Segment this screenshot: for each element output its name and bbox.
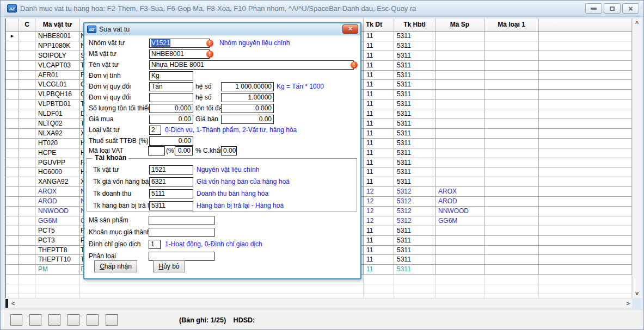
cell-c[interactable] — [19, 119, 35, 129]
accept-button[interactable]: Chấp nhận — [94, 260, 137, 272]
cell-tk-dt[interactable]: 11 — [364, 51, 394, 61]
cell-ma-sp[interactable] — [436, 246, 484, 256]
header-c[interactable]: C — [19, 18, 35, 31]
cell-ma-sp[interactable] — [436, 99, 484, 109]
cell-ma-vat-tu[interactable]: HCPE — [35, 148, 80, 158]
input-khoan-muc[interactable] — [149, 228, 214, 237]
cell-ma-vat-tu[interactable]: GG6M — [35, 216, 80, 226]
input-ma-vat-tu[interactable]: NHBE8001 — [149, 49, 210, 59]
cell-c[interactable] — [19, 226, 35, 236]
cell-ma-sp[interactable] — [436, 236, 484, 246]
cell-ma-vat-tu[interactable]: PM — [35, 265, 80, 275]
header-tk-dt[interactable]: Tk Dt — [364, 18, 394, 31]
cell-ma-vat-tu[interactable]: PCT3 — [35, 236, 80, 246]
cell-tk-dt[interactable]: 11 — [364, 71, 394, 80]
cell-tk-dt[interactable]: 11 — [364, 177, 394, 187]
scroll-right-icon[interactable]: > — [624, 298, 632, 308]
input-loai-vat-tu[interactable]: 2 — [149, 126, 161, 135]
dialog-close-button[interactable]: × — [342, 24, 358, 34]
cell-c[interactable] — [19, 139, 35, 148]
input-thue-ttdb[interactable]: 0.00 — [149, 136, 193, 146]
cell-c[interactable] — [19, 167, 35, 177]
cell-ma-sp[interactable]: AROX — [436, 187, 484, 197]
input-tk-doanh-thu[interactable]: 5111 — [149, 189, 193, 198]
cell-c[interactable] — [19, 109, 35, 119]
cell-ma-sp[interactable] — [436, 51, 484, 61]
scroll-left-icon[interactable]: < — [9, 298, 17, 308]
cell-ma-loai-1[interactable] — [484, 255, 539, 265]
cell-ma-sp[interactable] — [436, 158, 484, 168]
cell-tk-hbtl[interactable]: 5311 — [394, 246, 436, 256]
cell-ma-loai-1[interactable] — [484, 158, 539, 168]
cell-tk-hbtl[interactable]: 5311 — [394, 255, 436, 265]
cell-tk-hbtl[interactable]: 5311 — [394, 158, 436, 168]
cell-tk-dt[interactable]: 11 — [364, 32, 394, 41]
cell-tk-hbtl[interactable]: 5311 — [394, 226, 436, 236]
cell-tk-dt[interactable]: 12 — [364, 197, 394, 207]
cell-ma-loai-1[interactable] — [484, 90, 539, 99]
header-ma-loai-1[interactable]: Mã loại 1 — [484, 18, 539, 31]
cell-c[interactable] — [19, 90, 35, 99]
cell-ma-vat-tu[interactable]: HT020 — [35, 139, 80, 148]
cell-tk-hbtl[interactable]: 5311 — [394, 61, 436, 71]
cell-tk-hbtl[interactable]: 5311 — [394, 99, 436, 109]
cell-tk-dt[interactable]: 11 — [364, 139, 394, 148]
cell-tk-hbtl[interactable]: 5312 — [394, 197, 436, 207]
cell-ma-loai-1[interactable] — [484, 177, 539, 187]
cell-tk-hbtl[interactable]: 5311 — [394, 90, 436, 99]
cell-ma-vat-tu[interactable]: NLXA92 — [35, 129, 80, 139]
cell-ma-vat-tu[interactable]: VLPBQH16 — [35, 90, 80, 99]
cell-tk-hbtl[interactable]: 5311 — [394, 109, 436, 119]
cell-ma-sp[interactable]: GG6M — [436, 216, 484, 226]
header-ma-vat-tu[interactable]: Mã vật tư — [35, 18, 80, 31]
cell-tk-dt[interactable]: 11 — [364, 148, 394, 158]
cell-tk-dt[interactable]: 11 — [364, 158, 394, 168]
cell-ma-sp[interactable] — [436, 41, 484, 51]
minimize-button[interactable] — [585, 3, 602, 14]
cell-tk-dt[interactable]: 11 — [364, 61, 394, 71]
cell-tk-dt[interactable]: 11 — [364, 109, 394, 119]
cell-tk-hbtl[interactable]: 5312 — [394, 187, 436, 197]
cell-ma-sp[interactable] — [436, 71, 484, 80]
cell-tk-hbtl[interactable]: 5311 — [394, 129, 436, 139]
input-quy-doi-1[interactable]: Tấn — [149, 82, 193, 91]
cell-tk-dt[interactable]: 11 — [364, 80, 394, 90]
cell-ma-loai-1[interactable] — [484, 167, 539, 177]
cell-c[interactable] — [19, 129, 35, 139]
cell-ma-sp[interactable] — [436, 265, 484, 275]
dialog-titlebar[interactable]: az Sua vat tu × — [84, 23, 360, 35]
cell-c[interactable] — [19, 80, 35, 90]
input-tk-hang-ban-tra-lai[interactable]: 5311 — [149, 201, 193, 210]
cell-c[interactable] — [19, 99, 35, 109]
input-quy-doi-2[interactable] — [149, 93, 193, 102]
cell-ma-loai-1[interactable] — [484, 236, 539, 246]
grid-splitter-handle[interactable] — [5, 299, 8, 308]
cell-tk-dt[interactable]: 11 — [364, 90, 394, 99]
input-don-vi-tinh[interactable]: Kg — [149, 71, 193, 80]
cell-tk-dt[interactable]: 11 — [364, 41, 394, 51]
cell-ma-loai-1[interactable] — [484, 207, 539, 216]
cell-ma-sp[interactable] — [436, 255, 484, 265]
cell-c[interactable] — [19, 148, 35, 158]
input-chiet-khau[interactable]: 0.00 — [221, 146, 237, 155]
input-gia-mua[interactable]: 0.00 — [149, 115, 193, 124]
cell-ma-sp[interactable] — [436, 109, 484, 119]
cell-tk-dt[interactable]: 12 — [364, 207, 394, 216]
cell-ma-loai-1[interactable] — [484, 129, 539, 139]
cell-ma-vat-tu[interactable]: AFR01 — [35, 71, 80, 80]
cell-ma-vat-tu[interactable]: NLTQ02 — [35, 119, 80, 129]
cell-tk-hbtl[interactable]: 5311 — [394, 32, 436, 41]
header-ma-sp[interactable]: Mã Sp — [436, 18, 484, 31]
input-gia-ban[interactable]: 0.00 — [221, 115, 274, 124]
cell-tk-hbtl[interactable]: 5311 — [394, 265, 436, 275]
header-tk-hbtl[interactable]: Tk Hbtl — [394, 18, 436, 31]
cell-tk-dt[interactable]: 12 — [364, 216, 394, 226]
cell-ma-loai-1[interactable] — [484, 71, 539, 80]
cell-ma-vat-tu[interactable]: PCT5 — [35, 226, 80, 236]
input-ton-toi-thieu[interactable]: 0.000 — [149, 104, 193, 113]
cell-ma-loai-1[interactable] — [484, 246, 539, 256]
input-tk-vat-tu[interactable]: 1521 — [149, 165, 193, 175]
cell-ma-loai-1[interactable] — [484, 187, 539, 197]
cell-ma-vat-tu[interactable]: NLDF01 — [35, 109, 80, 119]
cell-ma-sp[interactable] — [436, 119, 484, 129]
